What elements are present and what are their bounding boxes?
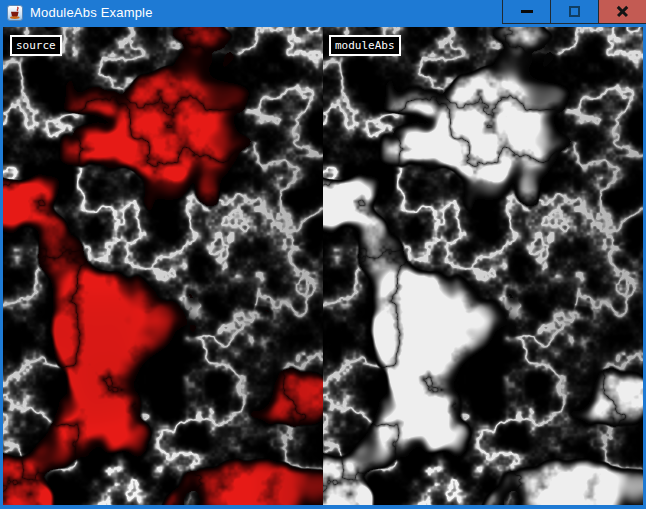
source-image-canvas	[3, 27, 323, 505]
maximize-button[interactable]	[550, 0, 598, 23]
close-icon	[616, 5, 629, 18]
maximize-icon	[569, 6, 580, 17]
minimize-button[interactable]	[502, 0, 550, 23]
moduleabs-image-canvas	[323, 27, 643, 505]
close-button[interactable]	[598, 0, 646, 23]
moduleabs-label: moduleAbs	[329, 35, 401, 56]
moduleabs-pane: moduleAbs	[323, 27, 643, 505]
render-area: source moduleAbs	[3, 27, 643, 505]
java-coffee-cup-icon	[7, 5, 23, 21]
source-pane: source	[3, 27, 323, 505]
titlebar[interactable]: ModuleAbs Example	[0, 0, 646, 27]
source-label: source	[10, 35, 62, 56]
app-window: ModuleAbs Example source moduleAbs	[0, 0, 646, 509]
minimize-icon	[521, 10, 533, 13]
window-controls	[502, 0, 646, 24]
window-title: ModuleAbs Example	[30, 0, 153, 25]
